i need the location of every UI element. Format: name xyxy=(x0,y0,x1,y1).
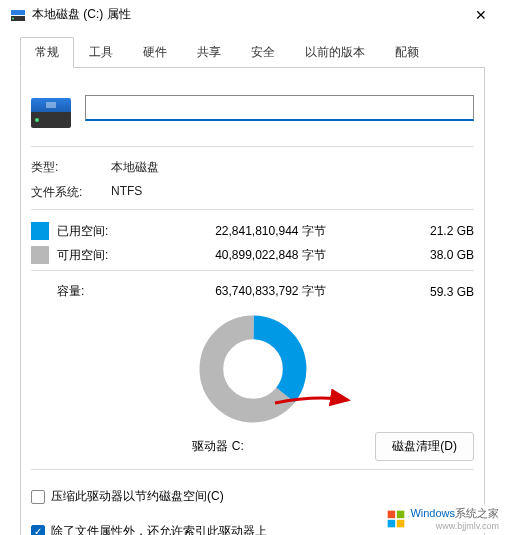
svg-rect-9 xyxy=(397,519,405,527)
watermark-brand: Windows xyxy=(410,507,455,519)
divider xyxy=(31,469,474,470)
tab-quota[interactable]: 配额 xyxy=(380,37,434,67)
type-label: 类型: xyxy=(31,159,111,176)
divider xyxy=(31,270,474,271)
capacity-gb: 59.3 GB xyxy=(414,285,474,299)
compress-checkbox-row[interactable]: 压缩此驱动器以节约磁盘空间(C) xyxy=(31,488,474,505)
svg-rect-7 xyxy=(397,510,405,518)
watermark-suffix: 系统之家 xyxy=(455,507,499,519)
divider xyxy=(31,209,474,210)
tab-general[interactable]: 常规 xyxy=(20,37,74,68)
used-gb: 21.2 GB xyxy=(414,224,474,238)
usage-donut-chart xyxy=(198,314,308,424)
free-gb: 38.0 GB xyxy=(414,248,474,262)
svg-rect-0 xyxy=(11,10,25,15)
drive-letter-label: 驱动器 C: xyxy=(31,438,365,455)
tab-security[interactable]: 安全 xyxy=(236,37,290,67)
divider xyxy=(31,146,474,147)
window-title: 本地磁盘 (C:) 属性 xyxy=(32,6,467,23)
used-swatch xyxy=(31,222,49,240)
index-checkbox[interactable]: ✓ xyxy=(31,525,45,536)
watermark: Windows系统之家 www.bjjmlv.com xyxy=(382,504,503,533)
free-label: 可用空间: xyxy=(57,247,127,264)
svg-rect-6 xyxy=(388,510,396,518)
close-button[interactable]: ✕ xyxy=(467,7,495,23)
tab-sharing[interactable]: 共享 xyxy=(182,37,236,67)
used-label: 已用空间: xyxy=(57,223,127,240)
watermark-url: www.bjjmlv.com xyxy=(410,521,499,531)
drive-icon xyxy=(31,88,71,128)
free-swatch xyxy=(31,246,49,264)
type-value: 本地磁盘 xyxy=(111,159,474,176)
tab-tools[interactable]: 工具 xyxy=(74,37,128,67)
tab-panel-general: 类型: 本地磁盘 文件系统: NTFS 已用空间: 22,841,810,944… xyxy=(20,68,485,535)
drive-icon-small xyxy=(10,7,26,23)
tab-hardware[interactable]: 硬件 xyxy=(128,37,182,67)
disk-cleanup-button[interactable]: 磁盘清理(D) xyxy=(375,432,474,461)
free-bytes: 40,899,022,848 字节 xyxy=(135,247,406,264)
filesystem-label: 文件系统: xyxy=(31,184,111,201)
capacity-bytes: 63,740,833,792 字节 xyxy=(127,283,414,300)
svg-point-2 xyxy=(12,17,14,19)
svg-rect-8 xyxy=(388,519,396,527)
drive-name-input[interactable] xyxy=(85,95,474,121)
tab-previous[interactable]: 以前的版本 xyxy=(290,37,380,67)
compress-label: 压缩此驱动器以节约磁盘空间(C) xyxy=(51,488,224,505)
compress-checkbox[interactable] xyxy=(31,490,45,504)
filesystem-value: NTFS xyxy=(111,184,474,201)
windows-logo-icon xyxy=(386,509,406,529)
index-label: 除了文件属性外，还允许索引此驱动器上 xyxy=(51,523,267,535)
capacity-label: 容量: xyxy=(31,283,127,300)
used-bytes: 22,841,810,944 字节 xyxy=(135,223,406,240)
tab-bar: 常规 工具 硬件 共享 安全 以前的版本 配额 xyxy=(20,37,485,68)
